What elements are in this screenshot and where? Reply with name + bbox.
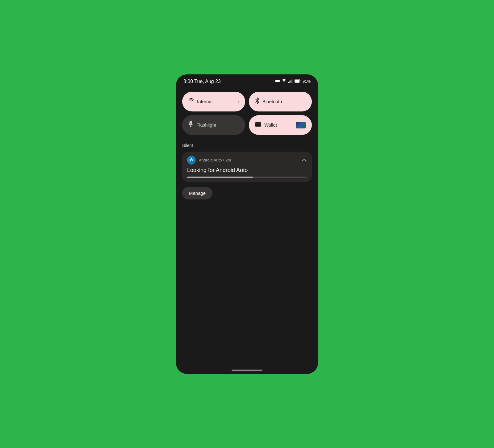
- status-icons: 91%: [275, 79, 311, 84]
- svg-rect-14: [255, 123, 261, 124]
- android-auto-app-icon: [187, 156, 196, 165]
- notification-title: Looking for Android Auto: [187, 167, 307, 174]
- internet-label: Internet: [197, 99, 234, 104]
- svg-rect-6: [291, 79, 292, 83]
- svg-rect-8: [300, 80, 300, 82]
- wallet-icon: [255, 122, 261, 128]
- status-time: 8:00 Tue, Aug 23: [183, 79, 221, 84]
- svg-rect-3: [288, 82, 289, 83]
- flashlight-tile[interactable]: Flashlight: [182, 115, 245, 135]
- status-bar: 8:00 Tue, Aug 23: [176, 74, 318, 87]
- signal-icon: [288, 79, 293, 84]
- svg-rect-9: [295, 80, 299, 82]
- notification-progress-bar: [187, 177, 307, 178]
- svg-rect-0: [276, 80, 279, 82]
- wallet-tile[interactable]: Wallet: [249, 115, 312, 135]
- phone-frame: 8:00 Tue, Aug 23: [176, 74, 318, 374]
- app-icon-symbol: [189, 157, 194, 163]
- wallet-label: Wallet: [264, 122, 293, 128]
- bluetooth-label: Bluetooth: [262, 99, 306, 104]
- home-indicator: [232, 370, 262, 371]
- flashlight-icon: [188, 121, 193, 129]
- wifi-icon: [282, 79, 287, 84]
- notification-app-name-time: Android Auto • 2m: [199, 158, 231, 162]
- manage-button[interactable]: Manage: [182, 187, 212, 199]
- svg-rect-1: [275, 80, 276, 82]
- notification-app-info: Android Auto • 2m: [187, 156, 231, 165]
- notification-area: Silent Android Auto • 2m: [176, 138, 318, 374]
- android-auto-notification[interactable]: Android Auto • 2m Looking for Android Au…: [182, 152, 312, 182]
- battery-percent: 91%: [303, 79, 311, 84]
- notification-collapse-icon[interactable]: [301, 157, 307, 163]
- internet-tile[interactable]: Internet ›: [182, 92, 245, 111]
- svg-rect-5: [291, 80, 291, 83]
- notification-progress-fill: [187, 177, 253, 178]
- svg-rect-10: [190, 121, 192, 122]
- internet-icon: [188, 98, 194, 105]
- svg-rect-4: [289, 81, 290, 83]
- vibrate-icon: [275, 79, 280, 84]
- wallet-card-icon: [296, 122, 306, 128]
- svg-rect-2: [279, 80, 280, 82]
- notification-header: Android Auto • 2m: [187, 156, 307, 165]
- flashlight-label: Flashlight: [196, 122, 239, 128]
- svg-rect-11: [190, 125, 191, 127]
- svg-rect-15: [256, 122, 259, 123]
- silent-label: Silent: [182, 143, 312, 148]
- bluetooth-icon: [255, 98, 259, 105]
- quick-tiles-grid: Internet › Bluetooth Flashlight: [176, 87, 318, 138]
- internet-chevron-icon: ›: [237, 99, 239, 104]
- svg-point-17: [191, 160, 192, 161]
- bluetooth-tile[interactable]: Bluetooth: [249, 92, 312, 111]
- battery-icon: [295, 79, 301, 84]
